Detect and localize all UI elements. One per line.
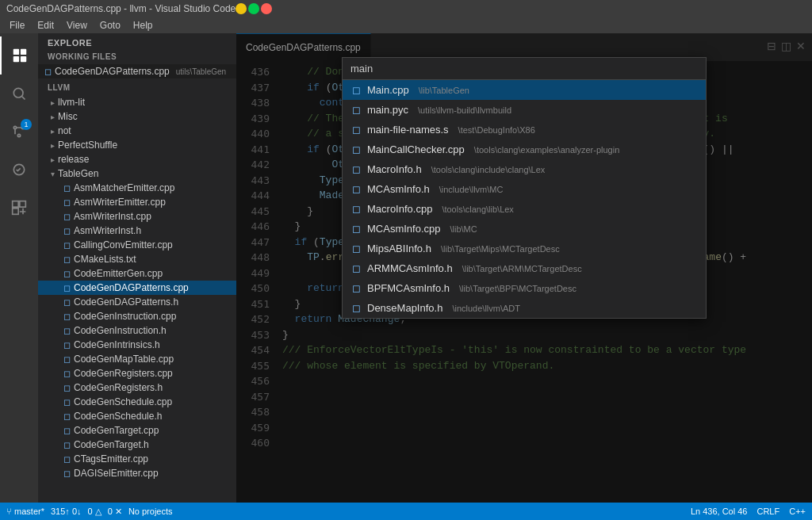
language-mode[interactable]: C++	[789, 507, 806, 516]
file-item[interactable]: ◻ CodeGenDAGPatterns.h	[38, 295, 236, 309]
activity-git[interactable]: 1	[0, 113, 38, 151]
file-item[interactable]: ◻ CodeGenRegisters.h	[38, 380, 236, 395]
file-type-icon: ◻	[352, 124, 361, 136]
quickopen-item[interactable]: ◻ MainCallChecker.cpp \tools\clang\examp…	[343, 140, 706, 159]
maximize-button[interactable]	[248, 3, 259, 14]
warnings-count[interactable]: 0 △	[88, 507, 102, 517]
cursor-position[interactable]: Ln 436, Col 46	[691, 507, 748, 516]
menu-view[interactable]: View	[60, 20, 94, 31]
git-icon: ⑂	[6, 507, 12, 516]
quickopen-item[interactable]: ◻ main.pyc \utils\llvm-build\llvmbuild	[343, 100, 706, 120]
file-item[interactable]: ◻ CMakeLists.txt	[38, 252, 236, 266]
git-branch[interactable]: ⑂ master*	[6, 507, 44, 516]
quickopen-item[interactable]: ◻ MacroInfo.h \tools\clang\include\clang…	[343, 159, 706, 179]
minimize-button[interactable]	[236, 3, 247, 14]
quickopen-item[interactable]: ◻ MipsABIInfo.h \lib\Target\Mips\MCTarge…	[343, 239, 706, 258]
menu-edit[interactable]: Edit	[31, 20, 60, 31]
file-item[interactable]: ◻ AsmWriterEmitter.cpp	[38, 195, 236, 209]
file-item[interactable]: ◻ AsmMatcherEmitter.cpp	[38, 181, 236, 195]
activity-explore[interactable]	[0, 36, 38, 75]
activity-search[interactable]	[0, 75, 38, 113]
file-item[interactable]: ◻ CodeGenRegisters.cpp	[38, 366, 236, 380]
file-dot-icon: ◻	[63, 468, 71, 479]
file-type-icon: ◻	[352, 262, 361, 274]
file-dot-icon: ◻	[63, 226, 71, 236]
folder-not[interactable]: ▸ not	[38, 124, 236, 138]
arrow-icon: ▸	[51, 127, 55, 136]
statusbar-left: ⑂ master* 315↑ 0↓ 0 △ 0 ✕ No projects	[6, 507, 173, 517]
titlebar: CodeGenDAGPatterns.cpp - llvm - Visual S…	[0, 0, 812, 17]
file-item[interactable]: ◻ CodeGenIntrinsics.h	[38, 338, 236, 352]
line-endings[interactable]: CRLF	[756, 507, 779, 516]
qo-filename: MCAsmInfo.cpp	[367, 223, 440, 235]
folder-tablegen[interactable]: ▾ TableGen	[38, 166, 236, 181]
file-item[interactable]: ◻ CodeGenTarget.h	[38, 438, 236, 452]
file-type-icon: ◻	[352, 203, 361, 215]
quickopen-item[interactable]: ◻ MacroInfo.cpp \tools\clang\lib\Lex	[343, 199, 706, 219]
quickopen-item[interactable]: ◻ main-file-names.s \test\DebugInfo\X86	[343, 120, 706, 140]
folder-misc[interactable]: ▸ Misc	[38, 109, 236, 124]
qo-path: \test\DebugInfo\X86	[458, 125, 535, 135]
folder-name: llvm-lit	[58, 97, 85, 108]
file-item[interactable]: ◻ CodeGenSchedule.h	[38, 409, 236, 423]
quickopen-item[interactable]: ◻ MCAsmInfo.h \include\llvm\MC	[343, 179, 706, 199]
file-dot-icon: ◻	[63, 383, 71, 393]
folder-perfectshuffle[interactable]: ▸ PerfectShuffle	[38, 138, 236, 152]
qo-path: \tools\clang\examples\analyzer-plugin	[474, 145, 619, 155]
file-dot-icon: ◻	[63, 283, 71, 293]
file-dot-icon: ◻	[63, 340, 71, 350]
file-type-icon: ◻	[352, 163, 361, 175]
file-type-icon: ◻	[352, 302, 361, 314]
file-item[interactable]: ◻ CodeEmitterGen.cpp	[38, 266, 236, 281]
file-item[interactable]: ◻ CodeGenInstruction.cpp	[38, 309, 236, 323]
file-item[interactable]: ◻ CodeGenInstruction.h	[38, 323, 236, 338]
activity-debug[interactable]	[0, 151, 38, 189]
working-file-item[interactable]: ◻ CodeGenDAGPatterns.cpp utils\TableGen	[38, 64, 236, 78]
menu-goto[interactable]: Goto	[94, 20, 127, 31]
file-icon: ◻	[44, 67, 52, 77]
quickopen-input[interactable]	[350, 63, 698, 75]
svg-point-4	[13, 88, 23, 98]
qo-filename: main.pyc	[367, 104, 408, 116]
folder-name: Misc	[58, 111, 78, 122]
file-item[interactable]: ◻ CodeGenTarget.cpp	[38, 423, 236, 438]
file-item[interactable]: ◻ CodeGenDAGPatterns.cpp	[38, 281, 236, 295]
file-dot-icon: ◻	[63, 312, 71, 322]
statusbar: ⑂ master* 315↑ 0↓ 0 △ 0 ✕ No projects Ln…	[0, 503, 812, 520]
qo-path: \tools\clang\include\clang\Lex	[431, 165, 546, 174]
file-item[interactable]: ◻ AsmWriterInst.cpp	[38, 209, 236, 224]
quickopen-item[interactable]: ◻ Main.cpp \lib\TableGen	[343, 80, 706, 100]
no-projects[interactable]: No projects	[128, 507, 173, 516]
activity-extensions[interactable]	[0, 189, 38, 227]
file-item[interactable]: ◻ AsmWriterInst.h	[38, 224, 236, 238]
menu-help[interactable]: Help	[127, 20, 159, 31]
quickopen-item[interactable]: ◻ DenseMapInfo.h \include\llvm\ADT	[343, 298, 706, 318]
file-dot-icon: ◻	[63, 454, 71, 465]
close-button[interactable]	[261, 3, 272, 14]
folder-release[interactable]: ▸ release	[38, 152, 236, 166]
working-file-path: utils\TableGen	[176, 67, 226, 76]
errors-count[interactable]: 0 ✕	[108, 507, 122, 517]
file-item[interactable]: ◻ DAGISelEmitter.cpp	[38, 466, 236, 480]
quickopen-overlay[interactable]: ◻ Main.cpp \lib\TableGen ◻ main.pyc \uti…	[236, 33, 812, 503]
quickopen-item[interactable]: ◻ BPFMCAsmInfo.h \lib\Target\BPF\MCTarge…	[343, 278, 706, 298]
svg-point-8	[17, 134, 20, 136]
qo-path: \lib\TableGen	[419, 86, 469, 95]
qo-filename: main-file-names.s	[367, 124, 449, 136]
working-files-header: WORKING FILES	[38, 51, 236, 64]
svg-rect-0	[13, 49, 19, 55]
folder-llvm-lit[interactable]: ▸ llvm-lit	[38, 95, 236, 109]
quickopen-item[interactable]: ◻ MCAsmInfo.cpp \lib\MC	[343, 219, 706, 239]
file-item[interactable]: ◻ CodeGenSchedule.cpp	[38, 395, 236, 409]
sync-status[interactable]: 315↑ 0↓	[51, 507, 82, 516]
git-badge: 1	[21, 119, 32, 130]
statusbar-right: Ln 436, Col 46 CRLF C++	[691, 507, 806, 516]
file-type-icon: ◻	[352, 104, 361, 116]
file-type-icon: ◻	[352, 282, 361, 294]
sidebar: EXPLORE WORKING FILES ◻ CodeGenDAGPatter…	[38, 33, 236, 503]
quickopen-item[interactable]: ◻ ARMMCAsmInfo.h \lib\Target\ARM\MCTarge…	[343, 258, 706, 278]
file-item[interactable]: ◻ CallingConvEmitter.cpp	[38, 238, 236, 252]
menu-file[interactable]: File	[3, 20, 31, 31]
file-item[interactable]: ◻ CTagsEmitter.cpp	[38, 452, 236, 466]
file-item[interactable]: ◻ CodeGenMapTable.cpp	[38, 352, 236, 366]
